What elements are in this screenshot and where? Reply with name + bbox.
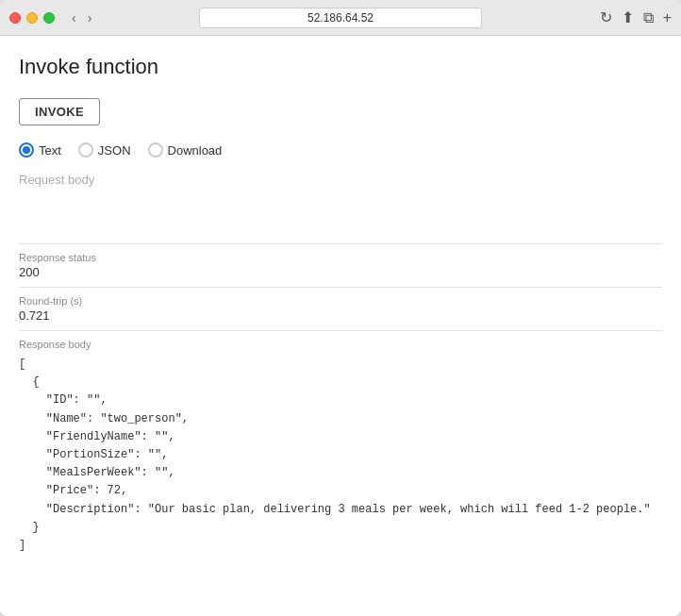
radio-circle-text <box>19 142 34 158</box>
radio-group: Text JSON Download <box>19 142 662 158</box>
page-title: Invoke function <box>19 55 662 79</box>
minimize-button[interactable] <box>26 12 38 24</box>
radio-circle-download <box>148 142 163 158</box>
close-button[interactable] <box>9 12 21 24</box>
toolbar-icons: ↻ ⬆ ⧉ + <box>600 8 672 26</box>
response-status-value: 200 <box>19 265 662 279</box>
response-status-label: Response status <box>19 252 662 263</box>
duplicate-icon[interactable]: ⧉ <box>643 9 654 26</box>
response-status-group: Response status 200 <box>19 252 662 279</box>
back-button[interactable]: ‹ <box>68 8 80 27</box>
request-body-placeholder: Request body <box>19 173 662 187</box>
browser-window: ‹ › 52.186.64.52 ↻ ⬆ ⧉ + Invoke function… <box>0 0 681 616</box>
radio-label-download: Download <box>168 143 223 158</box>
response-body-label: Response body <box>19 339 662 350</box>
share-icon[interactable]: ⬆ <box>622 8 634 26</box>
window-controls <box>9 12 55 24</box>
address-bar[interactable]: 52.186.64.52 <box>199 8 482 28</box>
divider-1 <box>19 243 662 244</box>
reload-icon[interactable]: ↻ <box>600 8 612 26</box>
maximize-button[interactable] <box>43 12 55 24</box>
radio-label-json: JSON <box>98 143 131 158</box>
radio-option-download[interactable]: Download <box>148 142 223 158</box>
divider-3 <box>19 330 662 331</box>
radio-option-json[interactable]: JSON <box>78 142 131 158</box>
divider-2 <box>19 287 662 288</box>
radio-option-text[interactable]: Text <box>19 142 61 158</box>
title-bar: ‹ › 52.186.64.52 ↻ ⬆ ⧉ + <box>0 0 681 36</box>
roundtrip-label: Round-trip (s) <box>19 295 662 307</box>
radio-circle-json <box>78 142 93 158</box>
roundtrip-value: 0.721 <box>19 308 662 323</box>
response-body-code: [ { "ID": "", "Name": "two_person", "Fri… <box>19 356 662 555</box>
page-content: Invoke function INVOKE Text JSON Downloa… <box>0 36 681 616</box>
address-text: 52.186.64.52 <box>307 11 374 25</box>
response-body-section: Response body [ { "ID": "", "Name": "two… <box>19 339 662 555</box>
nav-buttons: ‹ › <box>68 8 95 27</box>
radio-label-text: Text <box>39 143 61 158</box>
forward-button[interactable]: › <box>84 8 96 27</box>
roundtrip-group: Round-trip (s) 0.721 <box>19 295 662 323</box>
invoke-button[interactable]: INVOKE <box>19 98 100 125</box>
add-tab-icon[interactable]: + <box>663 9 672 26</box>
